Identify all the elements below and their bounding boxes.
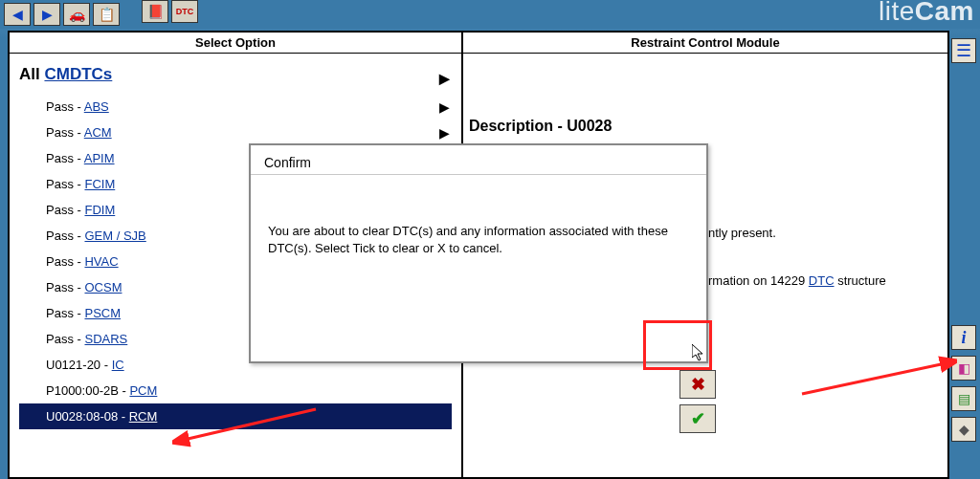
list-item-prefix: Pass -: [46, 280, 84, 294]
list-icon: ☰: [956, 40, 971, 61]
top-toolbar: ◀ ▶ 🚗 📋 📕 DTC: [0, 0, 980, 29]
list-item[interactable]: Pass - ABS▶: [19, 94, 452, 120]
main-title-prefix: All: [19, 65, 44, 83]
right-rail-top: ☰: [951, 38, 978, 63]
info-button[interactable]: i: [951, 325, 976, 350]
vehicle-button[interactable]: 🚗: [63, 3, 90, 26]
module-link[interactable]: PSCM: [84, 306, 121, 320]
module-link[interactable]: IC: [112, 358, 124, 372]
dialog-body: You are about to clear DTC(s) and any in…: [251, 175, 706, 267]
list-item-prefix: Pass -: [46, 125, 84, 140]
list-item-prefix: Pass -: [46, 332, 84, 346]
chevron-right-icon: ▶: [439, 71, 450, 86]
cancel-button[interactable]: ✖: [679, 370, 716, 399]
chevron-right-icon: ▶: [439, 99, 450, 115]
module-link[interactable]: FDIM: [84, 203, 115, 217]
list-item-prefix: Pass -: [46, 306, 84, 320]
module-link[interactable]: GEM / SJB: [84, 229, 145, 243]
dtc-link-dialog-2[interactable]: DTC: [268, 241, 294, 255]
module-link[interactable]: RCM: [129, 409, 158, 424]
list-item[interactable]: U0028:08-08 - RCM: [19, 403, 452, 429]
manual-button[interactable]: 📕: [142, 0, 168, 23]
dtc-link-dialog-1[interactable]: DTC: [392, 224, 418, 238]
list-item-prefix: Pass -: [46, 254, 84, 269]
nav-forward-button[interactable]: ▶: [33, 3, 60, 26]
app-root: ◀ ▶ 🚗 📋 📕 DTC liteCam Select Option All …: [0, 0, 980, 479]
main-title: All CMDTCs ▶: [19, 65, 452, 84]
list-item-prefix: Pass -: [46, 151, 84, 165]
chevron-right-icon: ▶: [439, 125, 450, 141]
list-item-prefix: Pass -: [46, 229, 84, 243]
list-item-prefix: Pass -: [46, 177, 84, 191]
list-item-prefix: P1000:00-2B -: [46, 383, 129, 398]
x-icon: ✖: [691, 374, 705, 395]
module-link[interactable]: ACM: [84, 125, 112, 140]
module-link[interactable]: SDARS: [84, 332, 127, 346]
present-text: ntly present.: [708, 224, 942, 243]
check-icon: ✔: [691, 408, 705, 429]
settings-button[interactable]: ◆: [951, 417, 976, 442]
list-item-prefix: U0121-20 -: [46, 358, 112, 372]
structure-text: rmation on 14229 DTC structure: [708, 272, 942, 291]
confirm-dialog: Confirm You are about to clear DTC(s) an…: [249, 143, 708, 363]
confirm-button[interactable]: ✔: [679, 404, 716, 433]
clear-dtc-button[interactable]: ◧: [951, 356, 976, 381]
list-item[interactable]: Pass - ACM▶: [19, 120, 452, 145]
list-item-prefix: Pass -: [46, 99, 84, 114]
list-view-button[interactable]: ☰: [951, 38, 976, 63]
list-item-prefix: Pass -: [46, 203, 84, 217]
clipboard-button[interactable]: 📋: [93, 3, 120, 26]
dtc-link[interactable]: DTC: [809, 273, 835, 288]
cmdtcs-link[interactable]: CMDTCs: [44, 65, 112, 83]
module-link[interactable]: APIM: [84, 151, 115, 165]
module-link[interactable]: OCSM: [84, 280, 122, 294]
report-button[interactable]: ▤: [951, 386, 976, 411]
module-link[interactable]: ABS: [84, 99, 109, 114]
module-link[interactable]: FCIM: [84, 177, 115, 191]
right-rail-bottom: i ◧ ▤ ◆: [951, 325, 978, 442]
list-item-prefix: U0028:08-08 -: [46, 409, 129, 424]
dtc-button[interactable]: DTC: [171, 0, 198, 23]
dialog-title: Confirm: [251, 145, 706, 175]
left-pane-header: Select Option: [10, 33, 461, 54]
nav-back-button[interactable]: ◀: [4, 3, 31, 26]
module-link[interactable]: PCM: [129, 383, 157, 398]
dialog-actions: ✖ ✔: [679, 370, 716, 433]
right-pane-header: Restraint Control Module: [463, 33, 947, 54]
list-item[interactable]: P1000:00-2B - PCM: [19, 378, 452, 403]
module-link[interactable]: HVAC: [84, 254, 118, 269]
description-heading: Description - U0028: [469, 115, 942, 138]
